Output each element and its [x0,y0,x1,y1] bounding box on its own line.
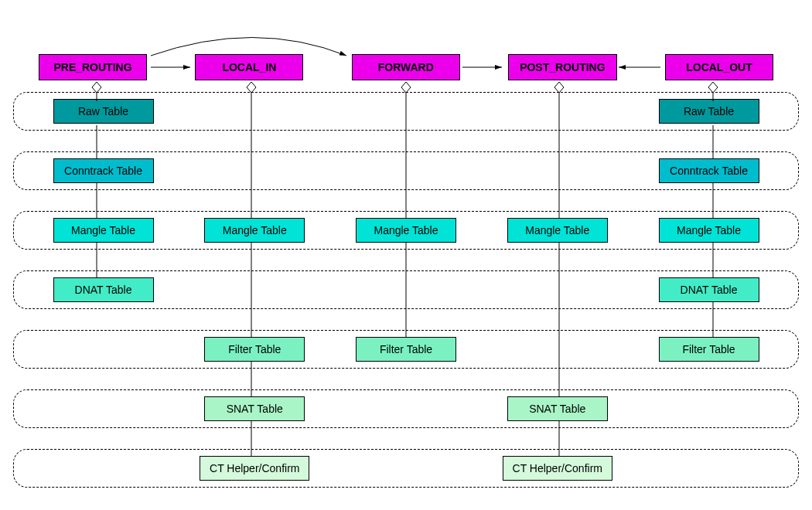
table-mangle-in: Mangle Table [204,218,305,243]
table-cthelper-in: CT Helper/Confirm [200,456,309,481]
table-label: Mangle Table [374,224,438,236]
table-filter-in: Filter Table [204,337,305,362]
table-filter-fwd: Filter Table [356,337,456,362]
hook-local-in: LOCAL_IN [195,54,303,80]
table-label: CT Helper/Confirm [513,462,602,474]
table-label: DNAT Table [75,284,132,296]
table-label: Raw Table [78,105,128,117]
table-label: Conntrack Table [670,165,748,177]
table-dnat-out: DNAT Table [659,277,759,302]
table-label: Filter Table [380,343,432,355]
hook-label: PRE_ROUTING [53,61,131,73]
hook-label: POST_ROUTING [520,61,605,73]
table-filter-out: Filter Table [659,337,759,362]
table-conntrack-pre: Conntrack Table [53,158,154,183]
table-raw-pre: Raw Table [53,99,154,124]
table-conntrack-out: Conntrack Table [659,158,759,183]
table-mangle-fwd: Mangle Table [356,218,456,243]
table-label: Mangle Table [223,224,287,236]
table-raw-out: Raw Table [659,99,759,124]
row-conntrack: Conntrack Table Conntrack Table [13,151,799,190]
hook-header-row: PRE_ROUTING LOCAL_IN FORWARD POST_ROUTIN… [12,54,800,80]
table-label: Filter Table [682,343,735,355]
table-label: CT Helper/Confirm [210,462,299,474]
table-mangle-pre: Mangle Table [53,218,154,243]
table-cthelper-post: CT Helper/Confirm [503,456,612,481]
table-label: Mangle Table [677,224,741,236]
table-snat-post: SNAT Table [507,396,608,421]
hook-label: LOCAL_IN [222,61,276,73]
table-mangle-out: Mangle Table [659,218,759,243]
table-label: Mangle Table [525,224,589,236]
table-label: DNAT Table [681,284,738,296]
table-label: Raw Table [684,105,734,117]
row-cthelper: CT Helper/Confirm CT Helper/Confirm [13,449,799,488]
table-label: Filter Table [228,343,281,355]
hook-local-out: LOCAL_OUT [665,54,773,80]
hook-pre-routing: PRE_ROUTING [39,54,147,80]
hook-label: FORWARD [378,61,434,73]
row-mangle: Mangle Table Mangle Table Mangle Table M… [13,211,799,250]
table-label: SNAT Table [529,403,585,415]
table-label: Conntrack Table [64,165,142,177]
table-snat-in: SNAT Table [204,396,305,421]
row-filter: Filter Table Filter Table Filter Table [13,330,799,369]
table-label: Mangle Table [71,224,135,236]
row-snat: SNAT Table SNAT Table [13,389,799,428]
hook-forward: FORWARD [352,54,460,80]
table-dnat-pre: DNAT Table [53,277,154,302]
hook-label: LOCAL_OUT [686,61,752,73]
row-dnat: DNAT Table DNAT Table [13,270,799,309]
table-mangle-post: Mangle Table [507,218,608,243]
row-raw: Raw Table Raw Table [13,92,799,131]
table-label: SNAT Table [227,403,283,415]
hook-post-routing: POST_ROUTING [508,54,616,80]
